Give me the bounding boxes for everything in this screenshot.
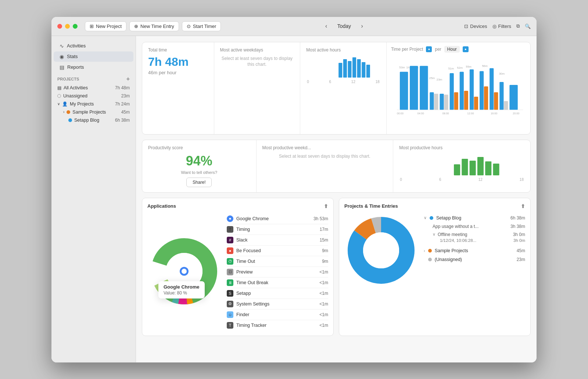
most-active-hours-cell: Most active hours <box>300 42 387 134</box>
timing-label: Timing <box>236 227 250 232</box>
system-settings-label: System Settings <box>236 301 269 307</box>
sidebar-setapp-blog[interactable]: Setapp Blog 6h 38m <box>51 116 136 124</box>
svg-rect-27 <box>464 91 468 110</box>
my-projects-chevron: ∨ <box>57 102 60 106</box>
projects-section-header: Projects + <box>51 73 136 84</box>
share-button[interactable]: Share! <box>186 178 212 187</box>
timing-tracker-icon: T <box>227 322 233 329</box>
applications-title: Applications ⬆ <box>147 203 328 209</box>
sidebar-item-stats[interactable]: ◉ Stats <box>54 51 133 62</box>
most-active-hours-label: Most active hours <box>306 47 380 53</box>
svg-text:56m: 56m <box>482 64 488 68</box>
projects-time-entries-title: Projects & Time Entries ⬆ <box>344 203 525 209</box>
search-button[interactable]: 🔍 <box>525 24 531 29</box>
titlebar-right: ⊡ Devices ◎ Filters ⧉ 🔍 <box>464 23 531 29</box>
projects-time-entries-card: Projects & Time Entries ⬆ <box>339 198 531 336</box>
setapp-blog-dot <box>68 118 72 122</box>
filters-button[interactable]: ◎ Filters <box>492 24 511 29</box>
sample-proj-dot <box>428 249 432 253</box>
app-item-slack: # Slack 15m <box>227 235 328 246</box>
svg-text:1h: 1h <box>406 65 409 69</box>
setapp-icon: S <box>227 290 233 297</box>
minimize-button[interactable] <box>65 24 70 29</box>
timeout-break-label: Time Out Break <box>236 280 268 285</box>
proj-sub-offline-meeting: ∨ Offline meeting 3h 0m 1/12/24, 10:06:2… <box>424 230 525 244</box>
finder-label: Finder <box>236 312 249 317</box>
start-timer-button[interactable]: ⊙ Start Timer <box>182 21 221 31</box>
tpp-unit-badge[interactable]: ● <box>463 46 469 52</box>
slack-label: Slack <box>236 237 248 243</box>
donut-chart-container: Google Chrome Value: 80 % <box>147 235 221 310</box>
svg-text:51m: 51m <box>448 67 454 70</box>
svg-rect-45 <box>462 159 468 175</box>
projects-content: ∨ Setapp Blog 6h 38m App usage without a… <box>344 214 525 289</box>
next-date-button[interactable]: › <box>357 21 367 31</box>
projects-export-icon[interactable]: ⬆ <box>521 203 525 209</box>
traffic-lights <box>57 24 78 29</box>
new-time-entry-button[interactable]: ⊕ New Time Entry <box>129 21 179 31</box>
sidebar-my-projects[interactable]: ∨ 👤 My Projects 7h 24m <box>51 100 136 108</box>
productive-hours-axis: 061218 <box>399 178 524 182</box>
svg-rect-49 <box>493 164 499 175</box>
sidebar-all-activities[interactable]: ▤ All Activities 7h 48m <box>51 84 136 92</box>
sidebar-item-activities[interactable]: ∿ Activities <box>54 41 133 51</box>
preview-time: <1m <box>319 269 328 275</box>
tpp-per-label: per <box>435 47 441 52</box>
svg-text:30m: 30m <box>499 72 505 75</box>
svg-text:23m: 23m <box>437 78 442 81</box>
app-item-system-settings: ⚙ System Settings <1m <box>227 299 328 310</box>
svg-point-59 <box>229 218 231 219</box>
close-button[interactable] <box>57 24 62 29</box>
new-project-button[interactable]: ⊞ New Project <box>85 21 126 31</box>
tpp-filter-badge[interactable]: ● <box>426 46 432 52</box>
svg-rect-18 <box>410 66 418 110</box>
stats-bottom-row: Applications ⬆ <box>142 198 531 336</box>
setapp-label: Setapp <box>236 291 251 296</box>
proj-setapp-blog[interactable]: ∨ Setapp Blog 6h 38m <box>424 214 525 222</box>
app-item-finder: ☺ Finder <1m <box>227 310 328 320</box>
svg-point-63 <box>363 232 399 268</box>
finder-time: <1m <box>319 312 328 317</box>
app-list-container: Google Chrome 3h 53m T Timing 17m # <box>227 214 328 330</box>
proj-unassigned[interactable]: › (Unassigned) 23m <box>424 255 525 264</box>
svg-rect-48 <box>485 161 492 175</box>
setapp-blog-chevron: ∨ <box>424 215 427 220</box>
sidebar-item-reports[interactable]: ▤ Reports <box>54 62 133 72</box>
stats-mid-row: Productivity score 94% Want to tell othe… <box>142 140 531 193</box>
timeout-break-time: <1m <box>319 280 328 285</box>
time-per-project-cell: Time per Project ● per Hour ● 53m 1h 1h <box>387 42 530 134</box>
svg-rect-1 <box>343 59 347 78</box>
prev-date-button[interactable]: ‹ <box>321 21 331 31</box>
timeout-time: 9m <box>322 259 328 264</box>
applications-export-icon[interactable]: ⬆ <box>324 203 328 209</box>
productivity-score-label: Productivity score <box>148 145 250 150</box>
fullscreen-button[interactable] <box>73 24 78 29</box>
svg-text:55m: 55m <box>466 65 472 68</box>
preview-icon: ⊡ <box>227 269 233 275</box>
devices-button[interactable]: ⊡ Devices <box>464 24 487 29</box>
offline-meeting-chevron: ∨ <box>433 232 435 237</box>
sidebar-reports-label: Reports <box>67 64 84 70</box>
most-active-weekdays-hint: Select at least seven days to display th… <box>220 56 294 68</box>
sidebar-sample-projects[interactable]: › Sample Projects 45m <box>51 108 136 116</box>
app-window: ⊞ New Project ⊕ New Time Entry ⊙ Start T… <box>51 17 537 362</box>
sample-proj-chevron: › <box>424 249 425 253</box>
befocused-label: Be Focused <box>236 248 261 253</box>
svg-rect-35 <box>504 101 508 110</box>
svg-rect-47 <box>477 157 484 175</box>
most-active-weekdays-label: Most active weekdays <box>220 47 294 53</box>
split-view-button[interactable]: ⧉ <box>516 23 520 29</box>
current-date: Today <box>337 23 351 29</box>
add-project-button[interactable]: + <box>126 76 130 82</box>
proj-sample[interactable]: › Sample Projects 45m <box>424 246 525 255</box>
search-icon: 🔍 <box>525 24 531 29</box>
svg-rect-30 <box>480 71 484 110</box>
timing-icon: T <box>227 226 233 233</box>
split-view-icon: ⧉ <box>516 23 520 29</box>
my-projects-icon: 👤 <box>62 101 68 107</box>
sidebar-unassigned[interactable]: Unassigned 23m <box>51 92 136 100</box>
tpp-header: Time per Project ● per Hour ● <box>391 46 526 53</box>
befocused-time: 9m <box>322 248 328 253</box>
svg-rect-26 <box>460 72 464 110</box>
svg-rect-4 <box>357 59 361 78</box>
